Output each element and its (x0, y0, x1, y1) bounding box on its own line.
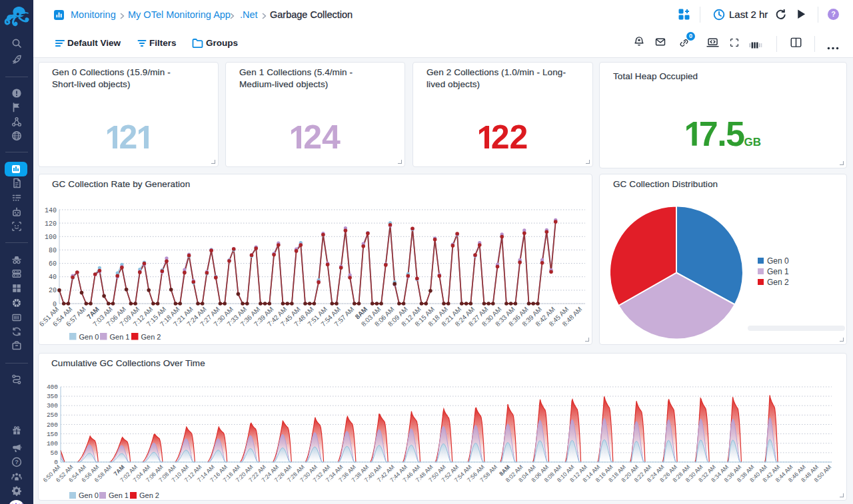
svg-text:Gen 0: Gen 0 (767, 256, 789, 266)
svg-text:40: 40 (49, 274, 57, 281)
svg-text:Gen 0: Gen 0 (79, 491, 99, 499)
svg-text:350: 350 (47, 393, 58, 400)
svg-text:250: 250 (47, 411, 58, 419)
svg-text:Gen 2: Gen 2 (141, 333, 161, 341)
svg-text:Gen 1: Gen 1 (109, 491, 129, 499)
svg-text:50: 50 (51, 449, 59, 457)
svg-text:Gen 1: Gen 1 (767, 267, 789, 276)
svg-text:?: ? (831, 10, 836, 18)
svg-text:100: 100 (47, 440, 58, 447)
svg-text:20: 20 (49, 287, 57, 294)
svg-text:80: 80 (49, 247, 57, 254)
svg-text:300: 300 (47, 402, 58, 409)
svg-text:100: 100 (45, 234, 57, 241)
svg-text:Gen 2: Gen 2 (139, 491, 159, 499)
svg-text:?: ? (15, 459, 19, 465)
svg-text:200: 200 (47, 421, 58, 429)
svg-text:140: 140 (45, 207, 57, 214)
svg-text:150: 150 (47, 431, 58, 438)
svg-text:400: 400 (47, 383, 58, 391)
svg-text:60: 60 (49, 260, 57, 268)
svg-text:Gen 1: Gen 1 (110, 333, 130, 341)
svg-text:Gen 0: Gen 0 (79, 333, 99, 341)
svg-text:Gen 2: Gen 2 (767, 278, 789, 287)
svg-text:120: 120 (45, 220, 57, 228)
